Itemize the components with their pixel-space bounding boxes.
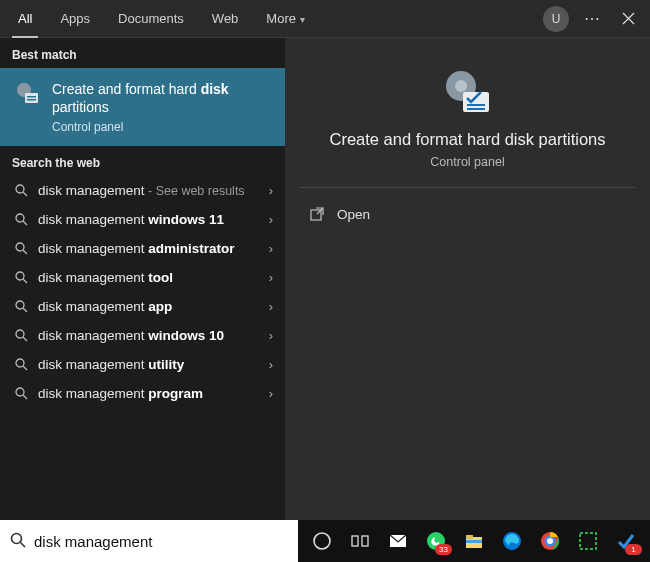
web-result-text: disk management utility <box>38 357 269 372</box>
svg-point-19 <box>314 533 330 549</box>
search-tabs: All Apps Documents Web More▾ U ⋯ <box>0 0 650 38</box>
search-icon <box>12 300 30 313</box>
web-result[interactable]: disk management administrator› <box>0 234 285 263</box>
search-web-label: Search the web <box>0 146 285 176</box>
svg-rect-3 <box>27 99 36 101</box>
taskbar <box>298 520 650 562</box>
svg-rect-15 <box>467 104 485 106</box>
web-results-list: disk management - See web results›disk m… <box>0 176 285 520</box>
chevron-right-icon: › <box>269 357 273 372</box>
svg-point-6 <box>16 243 24 251</box>
chevron-right-icon: › <box>269 183 273 198</box>
svg-point-11 <box>16 388 24 396</box>
web-result-text: disk management windows 10 <box>38 328 269 343</box>
task-view-icon[interactable] <box>348 529 372 553</box>
best-match-label: Best match <box>0 38 285 68</box>
svg-point-10 <box>16 359 24 367</box>
web-result[interactable]: disk management windows 10› <box>0 321 285 350</box>
search-icon <box>12 213 30 226</box>
tab-documents[interactable]: Documents <box>104 0 198 38</box>
web-result-text: disk management - See web results <box>38 183 269 198</box>
cortana-icon[interactable] <box>310 529 334 553</box>
user-avatar: U <box>543 6 569 32</box>
svg-rect-31 <box>580 533 596 549</box>
chevron-right-icon: › <box>269 299 273 314</box>
svg-rect-2 <box>27 96 36 98</box>
preview-actions: Open <box>285 188 650 230</box>
svg-point-4 <box>16 185 24 193</box>
svg-point-5 <box>16 214 24 222</box>
chevron-right-icon: › <box>269 270 273 285</box>
open-label: Open <box>337 207 370 222</box>
whatsapp-icon[interactable] <box>424 529 448 553</box>
preview-subtitle: Control panel <box>430 155 504 169</box>
chrome-icon[interactable] <box>538 529 562 553</box>
chevron-right-icon: › <box>269 386 273 401</box>
open-icon <box>309 206 325 222</box>
svg-point-30 <box>547 538 553 544</box>
web-result-text: disk management tool <box>38 270 269 285</box>
preview-title: Create and format hard disk partitions <box>309 130 625 149</box>
edge-icon[interactable] <box>500 529 524 553</box>
chevron-down-icon: ▾ <box>300 14 305 25</box>
best-match-subtitle: Control panel <box>52 120 229 134</box>
svg-point-7 <box>16 272 24 280</box>
web-result[interactable]: disk management windows 11› <box>0 205 285 234</box>
svg-rect-16 <box>467 108 485 110</box>
web-result[interactable]: disk management program› <box>0 379 285 408</box>
svg-rect-1 <box>25 93 38 103</box>
svg-point-18 <box>12 533 22 543</box>
svg-rect-25 <box>466 535 473 539</box>
svg-point-9 <box>16 330 24 338</box>
search-icon <box>12 358 30 371</box>
more-options-button[interactable]: ⋯ <box>574 1 610 37</box>
search-icon <box>12 242 30 255</box>
search-box[interactable] <box>0 520 298 562</box>
search-icon <box>12 387 30 400</box>
web-result[interactable]: disk management tool› <box>0 263 285 292</box>
best-match-result[interactable]: Create and format hard diskpartitions Co… <box>0 68 285 146</box>
file-explorer-icon[interactable] <box>462 529 486 553</box>
svg-rect-21 <box>362 536 368 546</box>
chevron-right-icon: › <box>269 328 273 343</box>
search-icon <box>10 532 26 551</box>
open-action[interactable]: Open <box>285 198 650 230</box>
tab-web[interactable]: Web <box>198 0 253 38</box>
disk-partition-icon <box>441 66 495 120</box>
web-result-text: disk management app <box>38 299 269 314</box>
web-result-text: disk management program <box>38 386 269 401</box>
svg-rect-26 <box>466 540 482 543</box>
web-result[interactable]: disk management - See web results› <box>0 176 285 205</box>
search-icon <box>12 271 30 284</box>
tab-apps[interactable]: Apps <box>46 0 104 38</box>
svg-rect-20 <box>352 536 358 546</box>
web-result[interactable]: disk management utility› <box>0 350 285 379</box>
chevron-right-icon: › <box>269 212 273 227</box>
chevron-right-icon: › <box>269 241 273 256</box>
svg-point-23 <box>427 532 445 550</box>
close-icon <box>622 12 635 25</box>
svg-point-13 <box>455 80 467 92</box>
tab-more[interactable]: More▾ <box>252 0 319 38</box>
search-icon <box>12 184 30 197</box>
svg-point-8 <box>16 301 24 309</box>
preview-panel: Create and format hard disk partitions C… <box>285 38 650 520</box>
web-result-text: disk management administrator <box>38 241 269 256</box>
disk-partition-icon <box>14 80 42 108</box>
close-button[interactable] <box>610 1 646 37</box>
app-blue-check-icon[interactable] <box>614 529 638 553</box>
user-account-button[interactable]: U <box>538 1 574 37</box>
search-input[interactable] <box>34 533 288 550</box>
tab-all[interactable]: All <box>4 0 46 38</box>
results-panel: Best match Create and format hard diskpa… <box>0 38 285 520</box>
mail-icon[interactable] <box>386 529 410 553</box>
best-match-title: Create and format hard diskpartitions <box>52 80 229 116</box>
web-result[interactable]: disk management app› <box>0 292 285 321</box>
app-green-icon[interactable] <box>576 529 600 553</box>
search-icon <box>12 329 30 342</box>
web-result-text: disk management windows 11 <box>38 212 269 227</box>
